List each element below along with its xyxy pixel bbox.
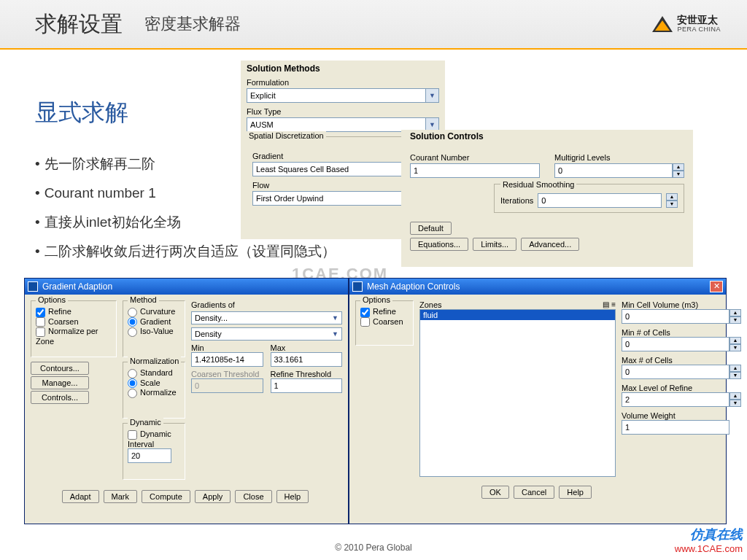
- interval-label: Interval: [128, 440, 180, 448]
- minnum-label: Min # of Cells: [622, 328, 720, 337]
- formulation-combo[interactable]: ▼: [247, 88, 439, 103]
- close-icon[interactable]: ✕: [710, 281, 723, 292]
- normalize-zone-checkbox[interactable]: [36, 327, 45, 337]
- help-button[interactable]: Help: [559, 486, 592, 499]
- max-label: Max: [271, 343, 343, 352]
- ok-button[interactable]: OK: [481, 486, 509, 499]
- iterations-input[interactable]: [538, 193, 662, 208]
- app-icon: [352, 281, 363, 292]
- advanced-button[interactable]: Advanced...: [521, 238, 579, 251]
- chevron-down-icon[interactable]: ▼: [426, 88, 439, 103]
- gradients-of-secondary[interactable]: Density▼: [191, 327, 342, 341]
- dynamic-checkbox[interactable]: [128, 430, 137, 440]
- residual-title: Residual Smoothing: [500, 180, 576, 189]
- help-button[interactable]: Help: [276, 490, 309, 503]
- interval-input[interactable]: [128, 448, 171, 463]
- isovalue-label: Iso-Value: [140, 327, 174, 335]
- title-main: 求解设置: [35, 9, 123, 39]
- minnum-input[interactable]: [622, 337, 729, 351]
- curvature-radio[interactable]: [128, 308, 137, 317]
- titlebar[interactable]: Gradient Adaption: [25, 279, 348, 295]
- mesh-options-group: Options Refine Coarsen: [355, 300, 414, 346]
- watermark-right: 仿真在线 www.1CAE.com: [675, 526, 743, 556]
- formulation-input[interactable]: [247, 88, 426, 103]
- title-sub: 密度基求解器: [144, 13, 241, 35]
- default-button[interactable]: Default: [410, 222, 452, 235]
- standard-label: Standard: [140, 368, 173, 377]
- courant-input[interactable]: [410, 163, 540, 178]
- maxlevel-input[interactable]: [622, 392, 729, 407]
- spinner[interactable]: ▲▼: [729, 392, 741, 407]
- maxlevel-label: Max Level of Refine: [622, 384, 720, 392]
- normalization-group: Normalization Standard Scale Normalize: [123, 362, 185, 419]
- spatial-label: Spatial Discretization: [247, 131, 326, 140]
- multigrid-spinner[interactable]: ▲▼: [673, 163, 684, 178]
- min-input[interactable]: [191, 352, 263, 367]
- mesh-options-legend: Options: [360, 295, 392, 304]
- close-button[interactable]: Close: [235, 490, 271, 503]
- refine-label: Refine: [48, 307, 71, 316]
- mesh-refine-checkbox[interactable]: [360, 308, 370, 317]
- maxnum-input[interactable]: [622, 365, 729, 379]
- normalize-label: Normalize: [140, 388, 177, 397]
- window-title: Gradient Adaption: [42, 281, 112, 292]
- normalize-radio[interactable]: [128, 389, 137, 398]
- courant-label: Courant Number: [410, 153, 540, 162]
- coarsen-label: Coarsen: [48, 317, 79, 326]
- zones-list[interactable]: fluid: [419, 309, 616, 477]
- logo-cn: 安世亚太: [677, 15, 721, 26]
- controls-button[interactable]: Controls...: [31, 391, 89, 404]
- standard-radio[interactable]: [128, 369, 137, 378]
- gradients-of-label: Gradients of: [191, 300, 342, 309]
- methods-title: Solution Methods: [247, 63, 439, 74]
- isovalue-radio[interactable]: [128, 327, 137, 337]
- refine-th-label: Refine Threshold: [271, 370, 343, 378]
- mark-button[interactable]: Mark: [104, 490, 137, 503]
- coarsen-checkbox[interactable]: [36, 317, 45, 327]
- refine-checkbox[interactable]: [36, 308, 45, 317]
- scale-radio[interactable]: [128, 378, 137, 388]
- flux-input[interactable]: [247, 117, 426, 132]
- gradient-radio[interactable]: [128, 317, 137, 327]
- volw-input[interactable]: [622, 420, 729, 435]
- gradient-adaption-window: Gradient Adaption Options Refine Coarsen…: [24, 278, 349, 524]
- volw-label: Volume Weight: [622, 411, 720, 420]
- chevron-down-icon[interactable]: ▼: [332, 314, 338, 322]
- iterations-spinner[interactable]: ▲▼: [666, 193, 678, 208]
- dynamic-legend: Dynamic: [128, 418, 163, 427]
- watermark-url: www.1CAE.com: [675, 543, 743, 556]
- mesh-coarsen-checkbox[interactable]: [360, 317, 370, 327]
- equations-button[interactable]: Equations...: [410, 238, 468, 251]
- manage-button[interactable]: Manage...: [31, 376, 89, 389]
- contours-button[interactable]: Contours...: [31, 362, 89, 375]
- flow-input[interactable]: [252, 191, 426, 206]
- compute-button[interactable]: Compute: [142, 490, 190, 503]
- iterations-label: Iterations: [500, 196, 533, 205]
- formulation-label: Formulation: [247, 78, 439, 87]
- spinner[interactable]: ▲▼: [729, 337, 741, 351]
- options-group: Options Refine Coarsen Normalize per Zon…: [31, 300, 117, 357]
- options-legend: Options: [36, 295, 68, 304]
- chevron-down-icon[interactable]: ▼: [332, 330, 338, 338]
- max-input[interactable]: [271, 352, 343, 367]
- multigrid-label: Multigrid Levels: [554, 153, 684, 162]
- gradients-of-primary[interactable]: Density...▼: [191, 311, 342, 324]
- refine-th-input[interactable]: [271, 378, 343, 393]
- dynamic-group: Dynamic Dynamic Interval: [123, 423, 185, 480]
- apply-button[interactable]: Apply: [195, 490, 231, 503]
- zone-item-selected[interactable]: fluid: [420, 310, 615, 320]
- bullet-item: 二阶求解收敛后进行两次自适应（设置同隐式）: [35, 237, 363, 266]
- multigrid-input[interactable]: [554, 163, 673, 178]
- method-legend: Method: [128, 295, 159, 304]
- mincell-input[interactable]: [622, 309, 729, 324]
- gradient-input[interactable]: [252, 162, 426, 176]
- window-title: Mesh Adaption Controls: [367, 281, 460, 292]
- logo-en: PERA CHINA: [677, 26, 721, 34]
- spinner[interactable]: ▲▼: [729, 365, 741, 379]
- titlebar[interactable]: Mesh Adaption Controls ✕: [349, 279, 726, 295]
- cancel-button[interactable]: Cancel: [514, 486, 554, 499]
- limits-button[interactable]: Limits...: [473, 238, 516, 251]
- adapt-button[interactable]: Adapt: [62, 490, 99, 503]
- spinner[interactable]: ▲▼: [729, 309, 741, 324]
- normalization-legend: Normalization: [128, 357, 181, 365]
